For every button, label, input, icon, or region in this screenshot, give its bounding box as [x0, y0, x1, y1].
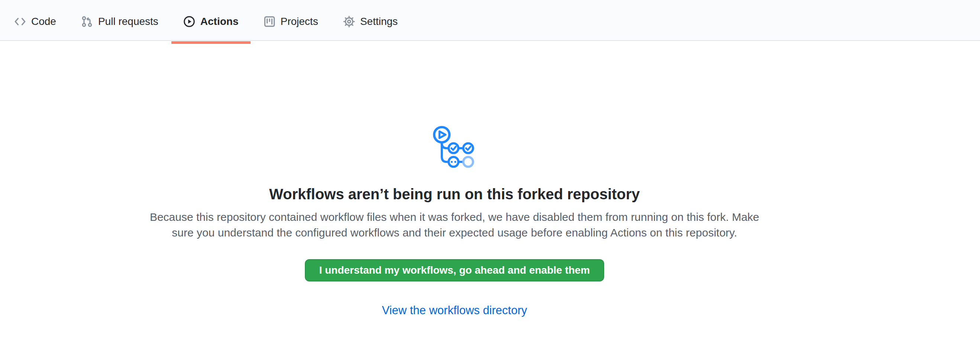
tab-label: Pull requests [98, 16, 158, 27]
code-icon [14, 16, 26, 27]
repo-tab-bar: Code Pull requests Actions Projects [0, 0, 980, 41]
tab-label: Projects [281, 16, 318, 27]
workflow-graph-icon [432, 125, 478, 168]
actions-blankslate: Workflows aren’t being run on this forke… [0, 41, 909, 317]
tab-pull-requests[interactable]: Pull requests [69, 3, 170, 40]
tab-label: Settings [360, 16, 398, 27]
enable-workflows-button[interactable]: I understand my workflows, go ahead and … [305, 259, 604, 281]
tab-projects[interactable]: Projects [252, 3, 330, 40]
tab-settings[interactable]: Settings [331, 3, 410, 40]
gear-icon [343, 16, 355, 27]
play-circle-icon [183, 16, 195, 27]
project-board-icon [264, 16, 275, 27]
tab-actions[interactable]: Actions [172, 3, 251, 40]
tab-label: Actions [200, 16, 239, 27]
blankslate-title: Workflows aren’t being run on this forke… [269, 185, 640, 203]
blankslate-description: Because this repository contained workfl… [150, 209, 759, 241]
tab-label: Code [31, 16, 56, 27]
tab-code[interactable]: Code [2, 3, 68, 40]
git-pull-request-icon [81, 16, 93, 27]
view-workflows-directory-link[interactable]: View the workflows directory [382, 304, 527, 317]
